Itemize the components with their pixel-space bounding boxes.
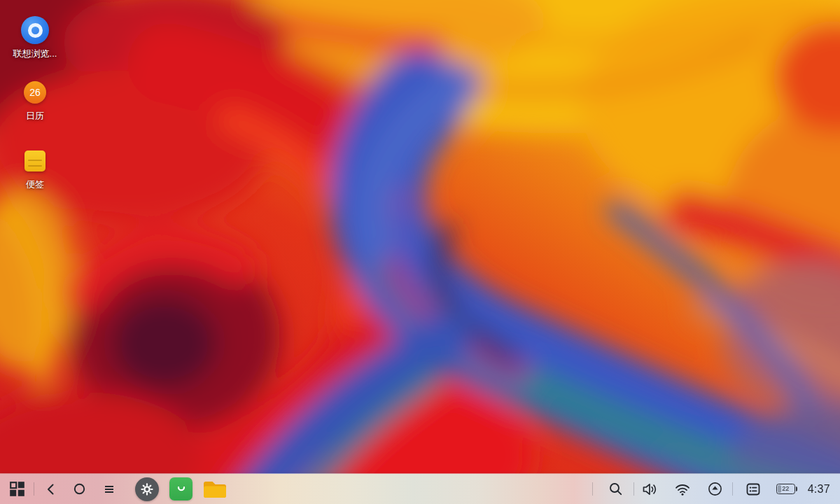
file-manager-button[interactable] — [202, 479, 227, 500]
desktop-icon-label: 日历 — [26, 110, 44, 122]
speaker-icon — [642, 482, 657, 496]
folder-icon — [202, 479, 227, 500]
calendar-icon: 26 — [24, 78, 46, 106]
shopping-bag-icon — [174, 483, 188, 496]
taskbar-tray: 22 4:37 — [592, 482, 840, 496]
search-icon — [609, 482, 622, 496]
taskbar-divider — [732, 482, 733, 496]
desktop-icon-notes[interactable]: 便签 — [4, 147, 66, 191]
app-store-button[interactable] — [169, 477, 192, 500]
desktop-icon-label: 便签 — [26, 178, 44, 191]
search-button[interactable] — [609, 482, 622, 496]
battery-level: 22 — [782, 486, 789, 492]
menu-lines-icon — [104, 484, 114, 494]
list-icon — [746, 483, 760, 496]
home-button[interactable] — [74, 483, 85, 495]
app-grid-icon — [10, 482, 24, 496]
desktop-icon-browser[interactable]: 联想浏览... — [4, 16, 66, 60]
eject-button[interactable] — [708, 482, 722, 496]
lenovo-browser-icon — [21, 16, 49, 44]
back-button[interactable] — [46, 483, 55, 496]
desktop-icon-calendar[interactable]: 26 日历 — [4, 78, 66, 122]
desktop-wallpaper — [0, 0, 840, 504]
desktop-icon-label: 联想浏览... — [13, 48, 57, 60]
battery-icon: 22 — [776, 484, 795, 494]
network-button[interactable] — [675, 483, 690, 496]
calendar-day: 26 — [29, 88, 41, 97]
taskbar-divider — [592, 482, 593, 496]
volume-button[interactable] — [642, 482, 657, 496]
control-center-button[interactable] — [135, 477, 159, 501]
recents-button[interactable] — [104, 484, 114, 494]
circle-home-icon — [74, 483, 85, 495]
sticky-note-icon — [24, 147, 46, 175]
clock[interactable]: 4:37 — [808, 483, 830, 496]
wifi-icon — [675, 483, 690, 496]
battery-indicator[interactable]: 22 — [776, 484, 795, 494]
launcher-button[interactable] — [10, 482, 24, 496]
eject-icon — [708, 482, 722, 496]
notification-center-button[interactable] — [746, 483, 760, 496]
taskbar: 22 4:37 — [0, 474, 840, 504]
chevron-left-icon — [46, 483, 55, 496]
gear-icon — [141, 483, 153, 496]
taskbar-divider — [34, 482, 34, 496]
taskbar-divider — [634, 482, 634, 496]
desktop: 联想浏览... 26 日历 便签 — [0, 0, 840, 504]
